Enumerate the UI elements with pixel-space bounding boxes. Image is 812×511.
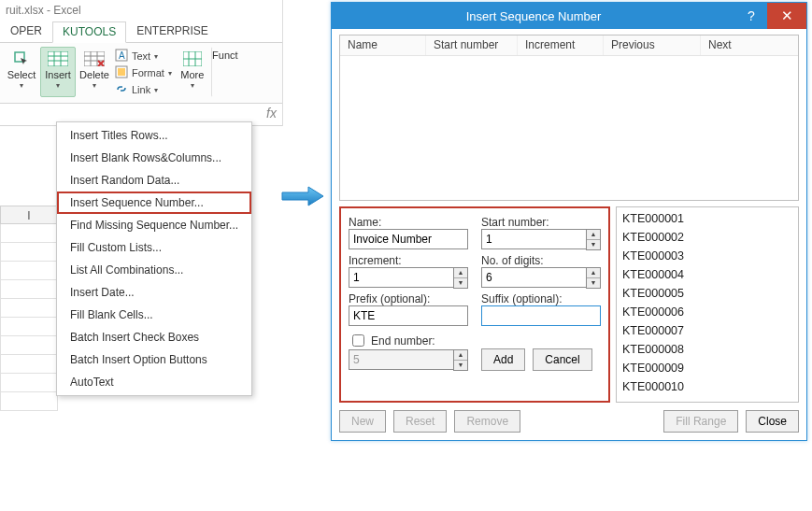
suffix-input[interactable] [481,305,601,326]
listview-header: Name Start number Increment Previous Nex… [340,35,798,56]
preview-line: KTE000007 [622,321,792,340]
excel-titlebar: ruit.xlsx - Excel [0,0,282,21]
grid-cell[interactable] [0,224,58,243]
functions-button[interactable]: Funct [211,47,239,97]
start-label: Start number: [481,216,601,229]
cursor-icon [10,50,33,68]
menu-batch-insert-check-boxes[interactable]: Batch Insert Check Boxes [57,326,251,348]
menu-fill-custom-lists[interactable]: Fill Custom Lists... [57,236,251,259]
chevron-down-icon: ▾ [93,81,96,90]
menu-insert-random-data[interactable]: Insert Random Data... [57,169,251,192]
tab-enterprise[interactable]: ENTERPRISE [126,21,219,42]
spin-down-icon[interactable]: ▼ [587,240,600,249]
delete-button[interactable]: Delete ▾ [77,47,112,97]
name-input[interactable] [349,229,468,249]
grid-cell[interactable] [0,355,58,374]
insert-sequence-dialog: Insert Sequence Number ? ✕ Name Start nu… [331,2,807,441]
menu-batch-insert-option-buttons[interactable]: Batch Insert Option Buttons [57,348,251,371]
link-menu[interactable]: Link▾ [113,82,174,97]
dialog-titlebar[interactable]: Insert Sequence Number ? ✕ [332,3,806,29]
spin-up-icon[interactable]: ▲ [454,268,467,278]
preview-line: KTE000003 [622,247,792,265]
start-spinner[interactable]: ▲▼ [586,229,601,250]
add-button[interactable]: Add [481,348,525,371]
menu-insert-titles-rows[interactable]: Insert Titles Rows... [57,124,251,147]
select-button[interactable]: Select ▾ [4,47,39,97]
sequence-listview[interactable]: Name Start number Increment Previous Nex… [339,35,799,201]
column-header-i[interactable]: I [0,206,58,224]
digits-spinner[interactable]: ▲▼ [586,267,601,289]
menu-fill-blank-cells[interactable]: Fill Blank Cells... [57,304,251,326]
preview-line: KTE000002 [622,228,792,247]
grid-cell[interactable] [0,280,58,299]
link-label: Link [132,84,150,95]
menu-find-missing-sequence[interactable]: Find Missing Sequence Number... [57,214,251,236]
chevron-down-icon: ▾ [191,81,194,90]
preview-line: KTE000009 [622,359,792,377]
svg-rect-14 [118,68,125,76]
menu-insert-date[interactable]: Insert Date... [57,281,251,304]
name-label: Name: [349,216,468,229]
delete-label: Delete [79,69,109,80]
digits-label: No. of digits: [481,254,601,267]
menu-insert-blank-rows-columns[interactable]: Insert Blank Rows&Columns... [57,147,251,169]
col-name[interactable]: Name [340,35,426,55]
more-button[interactable]: More ▾ [175,47,210,97]
col-next[interactable]: Next [701,35,798,55]
grid-cell[interactable] [0,299,58,318]
dialog-footer: New Reset Remove Fill Range Close [339,410,799,433]
ribbon-small-group: A Text▾ Format▾ Link▾ [113,47,174,97]
close-button[interactable]: ✕ [767,3,806,29]
cancel-button[interactable]: Cancel [533,348,591,371]
worksheet-grid: I [0,206,58,411]
start-number-input[interactable] [481,229,586,249]
text-menu[interactable]: A Text▾ [113,49,174,64]
grid-cell[interactable] [0,374,58,392]
col-previous[interactable]: Previous [604,35,701,55]
grid-cell[interactable] [0,318,58,336]
close-dialog-button[interactable]: Close [746,410,799,433]
grid-cell[interactable] [0,243,58,262]
grid-cell[interactable] [0,336,58,355]
spin-down-icon[interactable]: ▼ [587,278,600,288]
increment-input[interactable] [349,267,453,288]
select-label: Select [7,69,36,80]
more-label: More [180,69,204,80]
spin-up-icon[interactable]: ▲ [587,230,600,240]
end-number-checkbox[interactable] [352,334,364,347]
text-icon: A [115,49,128,64]
new-button[interactable]: New [339,410,386,433]
table-delete-icon [83,50,106,68]
menu-insert-sequence-number[interactable]: Insert Sequence Number... [57,192,251,214]
format-label: Format [132,67,164,78]
ribbon-tabs: OPER KUTOOLS ENTERPRISE [0,21,282,43]
insert-button[interactable]: Insert ▾ [40,47,76,97]
text-label: Text [132,50,150,62]
spin-down-icon[interactable]: ▼ [454,278,467,288]
digits-input[interactable] [481,267,586,288]
tab-oper[interactable]: OPER [0,21,52,42]
formula-bar-fx-icon[interactable]: fx [266,106,277,121]
menu-autotext[interactable]: AutoText [57,371,251,393]
functions-label: Funct [212,50,238,61]
tab-kutools[interactable]: KUTOOLS [52,21,126,43]
help-button[interactable]: ? [735,3,767,29]
spin-up-icon[interactable]: ▲ [587,268,600,278]
prefix-input[interactable] [349,305,468,326]
close-icon: ✕ [781,7,793,24]
col-increment[interactable]: Increment [518,35,604,55]
menu-list-all-combinations[interactable]: List All Combinations... [57,259,251,281]
end-number-label: End number: [371,334,435,348]
increment-spinner[interactable]: ▲▼ [453,267,468,289]
preview-line: KTE000010 [622,377,792,396]
preview-line: KTE000005 [622,284,792,303]
end-number-spinner: ▲▼ [453,349,468,371]
col-start-number[interactable]: Start number [426,35,518,55]
insert-dropdown: Insert Titles Rows... Insert Blank Rows&… [56,121,252,396]
grid-cell[interactable] [0,392,58,411]
end-number-input [349,349,453,370]
svg-rect-1 [48,51,68,66]
format-menu[interactable]: Format▾ [113,65,174,80]
grid-cell[interactable] [0,262,58,280]
spin-down-icon: ▼ [454,361,467,370]
